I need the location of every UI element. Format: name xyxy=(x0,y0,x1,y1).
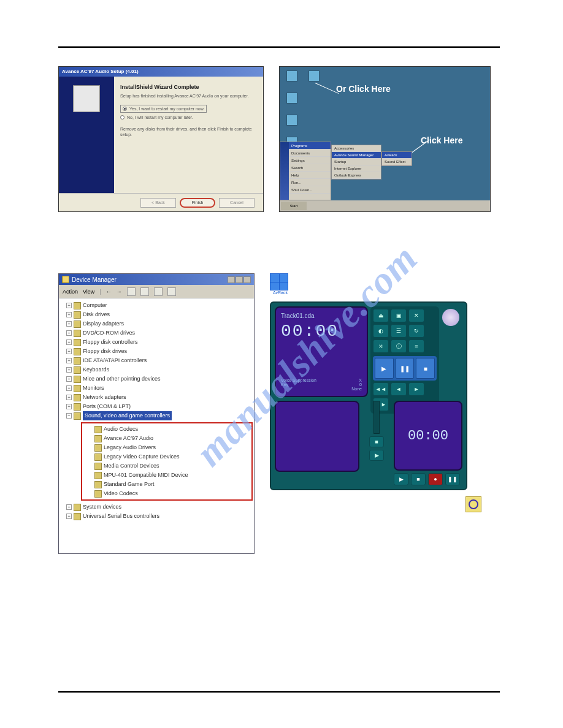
menu-action[interactable]: Action xyxy=(63,289,78,295)
start-menu[interactable]: Programs Documents Settings Search Help … xyxy=(280,142,331,200)
start-button[interactable]: Start xyxy=(281,202,307,210)
tree-item[interactable]: Media Control Devices xyxy=(82,461,251,471)
tree-item[interactable]: Avance AC'97 Audio xyxy=(82,434,251,443)
radio-label: No, I will restart my computer later. xyxy=(127,115,193,119)
programs-submenu[interactable]: Accessories Avance Sound Manager Startup… xyxy=(331,145,381,180)
time-display-1: 00:00 xyxy=(281,322,362,341)
tree-item[interactable]: Legacy Audio Drivers xyxy=(82,443,251,452)
device-tree[interactable]: +Computer +Disk drives +Display adapters… xyxy=(59,298,254,553)
cancel-button[interactable]: Cancel xyxy=(219,198,255,208)
install-titlebar: Avance AC'97 Audio Setup (4.01) xyxy=(59,67,263,77)
back-button[interactable]: < Back xyxy=(140,198,176,208)
tree-sound[interactable]: −Sound, video and game controllers xyxy=(60,411,253,420)
radio-restart-now[interactable]: Yes, I want to restart my computer now. xyxy=(120,105,207,113)
tree-item[interactable]: +Ports (COM & LPT) xyxy=(60,402,253,411)
tree-item[interactable]: +IDE ATA/ATAPI controllers xyxy=(60,356,253,365)
rec-stop-button[interactable]: ■ xyxy=(411,473,426,485)
box-icon xyxy=(73,85,100,112)
record-button[interactable]: ● xyxy=(428,473,443,485)
tree-item[interactable]: +DVD/CD-ROM drives xyxy=(60,328,253,338)
tree-item[interactable]: +Computer xyxy=(60,301,253,310)
tree-item[interactable]: +Display adapters xyxy=(60,319,253,328)
player-controls: ⏏ ▣ ✕ ◐ ☰ ↻ ⤨ ⓘ ≡ ▶ xyxy=(370,306,439,414)
mode-button[interactable]: ◐ xyxy=(373,324,389,338)
taskbar[interactable]: Start xyxy=(280,200,490,211)
radio-label: Yes, I want to restart my computer now. xyxy=(129,107,204,111)
toolbar-icon[interactable] xyxy=(140,287,149,296)
play-button-2[interactable]: ▶ xyxy=(369,450,384,461)
info-button[interactable]: ⓘ xyxy=(391,339,407,353)
desk-icon-3[interactable] xyxy=(285,93,299,105)
tree-item[interactable]: +Network adapters xyxy=(60,393,253,402)
fwd-icon[interactable]: → xyxy=(117,289,122,295)
window-buttons[interactable] xyxy=(228,276,251,283)
install-text-2: Remove any disks from their drives, and … xyxy=(120,127,257,137)
tree-item[interactable]: +Disk drives xyxy=(60,310,253,319)
sound-effect-tray-icon[interactable] xyxy=(465,496,481,512)
tree-item[interactable]: +Keyboards xyxy=(60,365,253,374)
toolbar-icon[interactable] xyxy=(154,287,163,296)
volume-slider[interactable] xyxy=(373,401,380,434)
desk-icon-2[interactable] xyxy=(307,70,321,83)
tree-item[interactable]: +Floppy disk controllers xyxy=(60,338,253,347)
submenu-item[interactable]: Accessories xyxy=(332,145,381,152)
desk-icon-1[interactable] xyxy=(285,70,299,83)
desk-icon-4[interactable] xyxy=(285,115,299,127)
submenu-avrack[interactable]: AvRack xyxy=(382,152,412,159)
devmgr-toolbar: Action View | ← → xyxy=(59,285,254,298)
open-button[interactable]: ▣ xyxy=(391,309,407,322)
list-button[interactable]: ☰ xyxy=(391,324,407,338)
prev-button[interactable]: ◄◄ xyxy=(373,382,389,396)
radio-icon xyxy=(123,107,127,111)
installshield-window: Avance AC'97 Audio Setup (4.01) InstallS… xyxy=(58,66,264,212)
stop-button-2[interactable]: ■ xyxy=(369,436,384,447)
player-display-main: Track01.cda 00:00 Voice SuppressionX Key… xyxy=(275,306,368,397)
radio-restart-later[interactable]: No, I will restart my computer later. xyxy=(120,115,257,119)
submenu-item[interactable]: Outlook Express xyxy=(332,172,381,179)
menu-view[interactable]: View xyxy=(83,289,94,295)
tree-item[interactable]: Legacy Video Capture Devices xyxy=(82,452,251,461)
hr-top xyxy=(58,46,500,48)
install-heading: InstallShield Wizard Complete xyxy=(120,84,257,90)
avrack-label: AvRack xyxy=(270,290,291,295)
fwd-button[interactable]: ► xyxy=(408,382,424,396)
shuffle-button[interactable]: ⤨ xyxy=(373,339,389,353)
toolbar-icon[interactable] xyxy=(167,287,176,296)
submenu-item[interactable]: Internet Explorer xyxy=(332,165,381,172)
tree-item[interactable]: Audio Codecs xyxy=(82,425,251,434)
tree-item[interactable]: +System devices xyxy=(60,502,253,512)
rec-pause-button[interactable]: ❚❚ xyxy=(445,473,460,485)
avance-submenu[interactable]: AvRack Sound Effect xyxy=(381,151,412,166)
avrack-desktop-icon[interactable]: AvRack xyxy=(270,273,291,298)
submenu-avance[interactable]: Avance Sound Manager xyxy=(332,152,381,159)
x-icon: X xyxy=(359,378,362,382)
repeat-button[interactable]: ↻ xyxy=(408,324,424,338)
tree-item[interactable]: Video Codecs xyxy=(82,489,251,498)
tree-item[interactable]: Standard Game Port xyxy=(82,480,251,489)
devmgr-icon xyxy=(62,276,69,283)
tree-item[interactable]: +Monitors xyxy=(60,384,253,393)
label-or-click-here: Or Click Here xyxy=(336,84,391,94)
stop-button[interactable]: ■ xyxy=(416,358,435,379)
back-icon[interactable]: ← xyxy=(106,289,112,295)
submenu-item[interactable]: Startup xyxy=(332,159,381,165)
visualizer xyxy=(275,401,359,472)
close-button[interactable]: ✕ xyxy=(408,309,424,322)
toolbar-icon[interactable] xyxy=(127,287,136,296)
play-button[interactable]: ▶ xyxy=(375,358,394,379)
key-label: Key xyxy=(281,382,288,387)
voice-label: Voice Suppression xyxy=(281,378,316,382)
arrow-line-2 xyxy=(410,140,430,154)
finish-button[interactable]: Finish xyxy=(180,198,215,208)
tree-item[interactable]: +Mice and other pointing devices xyxy=(60,374,253,384)
slider-panel: ■ ▶ xyxy=(363,401,390,485)
pause-button[interactable]: ❚❚ xyxy=(396,358,415,379)
submenu-item[interactable]: Sound Effect xyxy=(382,159,412,165)
eject-button[interactable]: ⏏ xyxy=(373,309,389,322)
tree-item[interactable]: +Floppy disk drives xyxy=(60,347,253,356)
rec-play-button[interactable]: ▶ xyxy=(394,473,408,485)
tree-item[interactable]: +Universal Serial Bus controllers xyxy=(60,512,253,521)
tree-item[interactable]: MPU-401 Compatible MIDI Device xyxy=(82,471,251,480)
eq-button[interactable]: ≡ xyxy=(408,339,424,353)
rewind-button[interactable]: ◄ xyxy=(391,382,407,396)
